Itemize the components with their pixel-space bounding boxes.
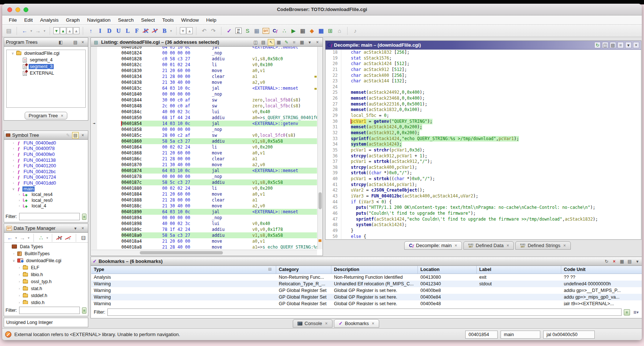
- decompile-line[interactable]: 29local_5fbc = 0;: [326, 113, 641, 119]
- decompile-line[interactable]: 39strtok((char *)0x0,"/");: [326, 170, 641, 176]
- tab-defined-strings[interactable]: 0101DATDefined Strings×: [515, 241, 570, 250]
- dropdown-icon[interactable]: ▾: [27, 233, 31, 242]
- decompile-line[interactable]: 49}: [326, 228, 641, 234]
- panel-header-icon[interactable]: ✎: [65, 132, 71, 139]
- panel-header-icon[interactable]: ×: [79, 39, 86, 46]
- expander-icon[interactable]: ›: [12, 181, 15, 185]
- decompile-line[interactable]: 42uVar2 = cJSON_CreateObject();: [326, 188, 641, 193]
- listing-row[interactable]: 0040185c28 00 c2 afswv0,local_5fc0(s8): [91, 132, 317, 138]
- listing-row[interactable]: 0040183c64 03 10 0cjal<EXTERNAL>::memset: [91, 85, 317, 91]
- close-icon[interactable]: ×: [506, 243, 509, 248]
- bookmarks-toolbar-icon[interactable]: ▤: [626, 258, 633, 265]
- expander-icon[interactable]: ›: [12, 147, 15, 150]
- expander-icon[interactable]: ›: [12, 141, 15, 145]
- tree-item[interactable]: ›ƒFUN_00400fe0: [4, 151, 88, 157]
- dropdown-icon[interactable]: ▾: [45, 233, 49, 242]
- tree-item[interactable]: segment_4: [7, 57, 85, 63]
- decompile-line[interactable]: 41strcpy(acStack144,pcVar1);: [326, 182, 641, 188]
- tree-item[interactable]: ›L◆local_4: [4, 203, 88, 209]
- markup-k-strike-icon[interactable]: K: [142, 26, 150, 35]
- program-down-icon[interactable]: ▲: [73, 27, 79, 34]
- markup-dropdown-icon[interactable]: ▾: [169, 26, 173, 35]
- undo-icon[interactable]: ↶: [200, 26, 209, 35]
- table-row[interactable]: Warning GP Global Register Set Global GP…: [91, 294, 642, 300]
- expander-icon[interactable]: ›: [18, 193, 21, 196]
- program-up-icon[interactable]: ▲: [67, 27, 73, 34]
- decompile-line[interactable]: 43iVar3 = FUN_004012bc(acStack400,acStac…: [326, 193, 641, 199]
- run-icon[interactable]: ▶: [289, 26, 298, 35]
- listing-row[interactable]: 0040182c00 01 02 24liv0,0x100: [91, 62, 317, 68]
- markup-l-icon[interactable]: L: [123, 26, 132, 35]
- listing-toolbar-icon[interactable]: ×: [314, 39, 321, 46]
- tree-item[interactable]: ›L◆local_res0: [4, 197, 88, 203]
- tree-item[interactable]: ›libio.h: [4, 271, 88, 278]
- redo-icon[interactable]: ↷: [209, 26, 218, 35]
- menu-item[interactable]: File: [5, 15, 21, 24]
- listing-toolbar-icon[interactable]: ▦: [275, 39, 282, 46]
- panel-header-icon[interactable]: ◧: [57, 39, 64, 46]
- decompile-line[interactable]: 38strcpy(acStack400,pcVar1);: [326, 165, 641, 171]
- bookmarks-toolbar-icon[interactable]: ▦: [619, 258, 625, 265]
- panel-header-icon[interactable]: ×: [79, 225, 86, 232]
- decompile-content[interactable]: 18char acStack1832 [256];19stat sStack15…: [326, 50, 641, 239]
- panel-header-icon[interactable]: [65, 39, 71, 46]
- listing-row[interactable]: 0040186058 5a c3 27addiuv1,s8,0x5a58: [91, 138, 317, 144]
- decompile-line[interactable]: 19stat sStack1576;: [326, 56, 641, 61]
- close-icon[interactable]: ×: [325, 321, 328, 326]
- listing-row[interactable]: 0040185068 1f 44 24addiua0=>s_QUERY_STRI…: [91, 115, 317, 121]
- table-icon[interactable]: ▦: [252, 26, 261, 35]
- tab-console[interactable]: Console×: [293, 319, 332, 328]
- markup-d-icon[interactable]: D: [105, 26, 114, 35]
- listing-row[interactable]: 004018a421 20 60 00movea0,v1: [91, 238, 317, 244]
- bookmarks-toolbar-icon[interactable]: ↻: [603, 258, 610, 265]
- decompile-toolbar-icon[interactable]: ◫: [602, 42, 608, 48]
- decompile-line[interactable]: 47 sprintf(acStack1424,"echo Couldn\'t f…: [326, 217, 641, 222]
- tree-item[interactable]: ›ƒFUN_004012bc: [4, 169, 88, 175]
- tree-item[interactable]: ∨downloadFlile.cgi: [7, 50, 85, 57]
- menu-item[interactable]: Navigation: [83, 15, 114, 24]
- listing-row[interactable]: 004018a821 28 40 00movea1=>s_echo_QUERY_…: [91, 244, 317, 249]
- listing-row[interactable]: 0040188421 20 60 00movea0,v1: [91, 191, 317, 197]
- listing-row[interactable]: 004018482c 00 c0 afswzero,local_5fbc(s8): [91, 103, 317, 109]
- diamond-icon[interactable]: ◆: [307, 26, 316, 35]
- listing-row[interactable]: 0040186400 02 02 24liv0,0x200: [91, 144, 317, 150]
- table-row[interactable]: Warning GP Global Register Set Global GP…: [91, 287, 642, 294]
- expander-icon[interactable]: ›: [18, 280, 21, 283]
- listing-row[interactable]: 0040187c58 5c c3 27addiuv1,s8,0x5c58: [91, 179, 317, 185]
- program-export-icon[interactable]: ▲: [60, 27, 66, 34]
- scrollbar-thumb[interactable]: [140, 251, 223, 254]
- expander-icon[interactable]: ›: [12, 164, 15, 168]
- listing-toolbar-icon[interactable]: ▦: [299, 39, 305, 46]
- decompile-line[interactable]: 33sprintf(acStack1424,"echo QUERY_STRING…: [326, 136, 641, 142]
- tree-item[interactable]: ›ƒFUN_00400ed0: [4, 140, 88, 146]
- expander-icon[interactable]: ›: [18, 294, 21, 297]
- listing-row[interactable]: 0040183021 20 60 00movea0,v1: [91, 68, 317, 74]
- decompile-toolbar-icon[interactable]: ×: [633, 42, 639, 48]
- listing-toolbar-icon[interactable]: ▾: [306, 39, 313, 46]
- expander-icon[interactable]: ›: [18, 273, 21, 277]
- tab-defined-data[interactable]: 0101DATDefined Data×: [463, 241, 514, 250]
- expander-icon[interactable]: ›: [18, 199, 21, 202]
- listing-row[interactable]: 0040189064 03 10 0cjal<EXTERNAL>::memset: [91, 209, 317, 215]
- filter-input[interactable]: [19, 213, 80, 220]
- tree-item[interactable]: ›ELF: [4, 264, 88, 271]
- hide-pointers-icon[interactable]: →: [64, 233, 73, 242]
- tree-item[interactable]: ›stdio.h: [4, 299, 88, 304]
- listing-horizontal-scrollbar[interactable]: [91, 250, 317, 255]
- table-add-icon[interactable]: ⊞: [326, 26, 335, 35]
- memory-icon[interactable]: ▦: [298, 26, 307, 35]
- decompile-line[interactable]: 48 system(acStack1424);: [326, 222, 641, 228]
- expander-icon[interactable]: ›: [18, 266, 21, 270]
- decompile-line[interactable]: 31memset(acStack1424,0,0x200);: [326, 124, 641, 130]
- decompile-line[interactable]: 45 puts("HTTP/1.1 200 OK\nContent-type: …: [326, 205, 641, 211]
- tree-item[interactable]: ›L◆local_res4: [4, 192, 88, 197]
- decompile-line[interactable]: 27memset(auStack22316,0,0x5001);: [326, 101, 641, 107]
- decompile-line[interactable]: 24: [326, 84, 641, 90]
- tree-item[interactable]: ∨downloadFlile.cgi: [4, 257, 88, 264]
- column-header[interactable]: Description: [331, 266, 418, 274]
- listing-row[interactable]: 00401828c0 58 c3 27addiuv1,s8,0x58c0: [91, 56, 317, 62]
- decompile-line[interactable]: 22char acStack400 [256];: [326, 73, 641, 79]
- layout-icon[interactable]: ∴: [37, 233, 46, 242]
- column-header[interactable]: Category: [276, 266, 331, 274]
- decompile-line[interactable]: 21char acStack912 [512];: [326, 67, 641, 73]
